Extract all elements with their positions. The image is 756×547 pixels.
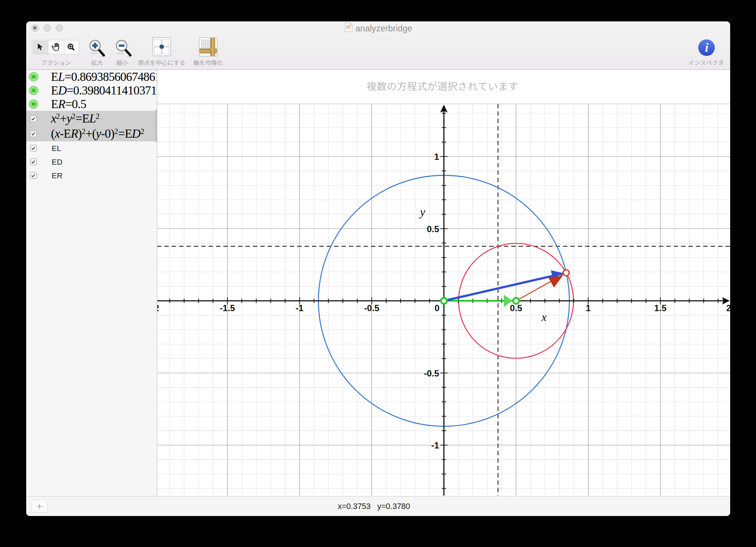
svg-text:-0.5: -0.5 [424,368,439,378]
svg-text:y: y [419,206,425,219]
svg-text:-1.5: -1.5 [220,303,235,313]
svg-text:-0.5: -0.5 [364,303,379,313]
svg-text:1.5: 1.5 [654,303,666,313]
svg-text:0.5: 0.5 [427,224,439,234]
svg-text:x: x [541,311,547,324]
svg-text:-1: -1 [431,440,439,450]
svg-text:1: 1 [434,152,439,162]
svg-text:-1: -1 [296,303,303,313]
svg-text:i: i [705,41,709,54]
svg-text:1: 1 [586,303,591,313]
svg-text:0: 0 [434,303,439,313]
svg-text:2: 2 [726,303,730,313]
